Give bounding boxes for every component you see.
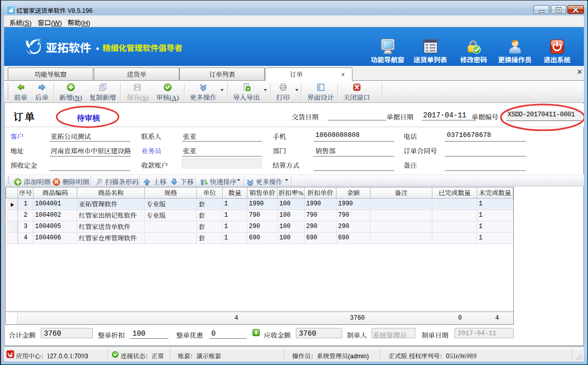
svg-text:¥: ¥ xyxy=(255,330,258,336)
